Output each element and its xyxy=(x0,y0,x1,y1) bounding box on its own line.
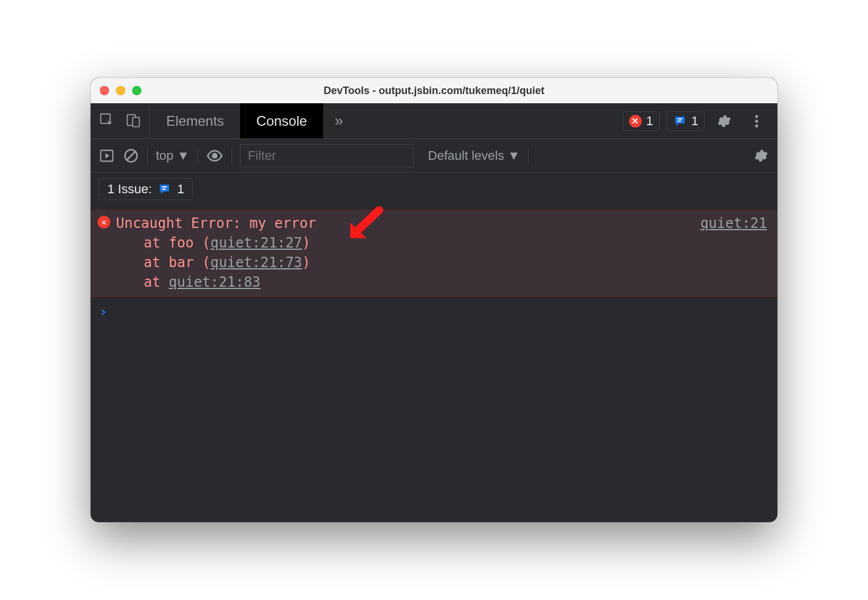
svg-point-4 xyxy=(755,119,758,122)
svg-point-8 xyxy=(212,153,218,159)
gear-icon xyxy=(753,148,769,164)
chevron-down-icon: ▼ xyxy=(177,148,190,163)
inspect-tools xyxy=(91,103,150,138)
main-tabs: Elements Console xyxy=(150,103,323,138)
devtools-window: DevTools - output.jsbin.com/tukemeq/1/qu… xyxy=(91,78,777,522)
issue-icon xyxy=(158,182,171,196)
stack-prefix: at bar ( xyxy=(144,254,211,271)
live-expressions-icon[interactable] xyxy=(206,147,223,164)
issues-row: 1 Issue: 1 xyxy=(91,172,777,210)
console-toolbar: top ▼ Default levels ▼ xyxy=(91,139,777,172)
console-settings-button[interactable] xyxy=(753,148,769,164)
error-content: quiet:21 Uncaught Error: my error at foo… xyxy=(116,213,767,292)
context-label: top xyxy=(156,148,174,163)
tab-console[interactable]: Console xyxy=(240,103,323,138)
error-count: 1 xyxy=(646,114,653,129)
context-selector[interactable]: top ▼ xyxy=(156,148,189,163)
error-icon: ✕ xyxy=(98,216,110,228)
devtools-tabstrip: Elements Console » ✕ 1 1 xyxy=(91,103,777,139)
filter-input[interactable] xyxy=(240,144,414,167)
divider xyxy=(147,147,148,164)
more-tabs-button[interactable]: » xyxy=(323,103,354,138)
stack-prefix: at xyxy=(144,274,169,290)
stack-link[interactable]: quiet:21:83 xyxy=(169,274,260,290)
issues-badge[interactable]: 1 Issue: 1 xyxy=(99,178,193,200)
tab-elements[interactable]: Elements xyxy=(150,103,240,138)
stack-link[interactable]: quiet:21:27 xyxy=(211,235,302,251)
stack-frame: at foo (quiet:21:27) xyxy=(116,233,767,253)
divider xyxy=(197,147,198,164)
error-source-link[interactable]: quiet:21 xyxy=(700,213,767,233)
minimize-window-button[interactable] xyxy=(116,86,125,95)
svg-point-5 xyxy=(755,124,758,127)
window-title: DevTools - output.jsbin.com/tukemeq/1/qu… xyxy=(91,85,777,97)
issue-count-top: 1 xyxy=(691,114,698,129)
stack-suffix: ) xyxy=(302,254,310,271)
gear-icon xyxy=(716,113,732,129)
inspect-element-icon[interactable] xyxy=(99,112,115,130)
svg-rect-2 xyxy=(133,117,140,126)
close-window-button[interactable] xyxy=(100,86,109,95)
divider xyxy=(528,147,529,164)
console-error-entry: ✕ quiet:21 Uncaught Error: my error at f… xyxy=(91,210,777,297)
settings-button[interactable] xyxy=(712,113,737,129)
chevron-down-icon: ▼ xyxy=(507,148,520,163)
issue-count-badge-top[interactable]: 1 xyxy=(667,111,705,131)
stack-link[interactable]: quiet:21:73 xyxy=(211,254,302,271)
error-icon: ✕ xyxy=(629,115,642,127)
titlebar: DevTools - output.jsbin.com/tukemeq/1/qu… xyxy=(91,78,777,103)
levels-label: Default levels xyxy=(428,148,504,163)
console-empty-area[interactable] xyxy=(91,326,777,522)
stack-frame: at bar (quiet:21:73) xyxy=(116,253,767,272)
device-toolbar-icon[interactable] xyxy=(125,112,141,130)
prompt-caret-icon: › xyxy=(99,303,108,320)
issues-label: 1 Issue: xyxy=(107,182,152,197)
issues-count: 1 xyxy=(177,182,184,197)
issue-icon xyxy=(673,114,687,128)
stack-suffix: ) xyxy=(302,235,310,251)
kebab-icon xyxy=(749,113,765,129)
stack-frame: at quiet:21:83 xyxy=(116,272,767,292)
toggle-drawer-icon[interactable] xyxy=(99,148,115,164)
divider xyxy=(231,147,232,164)
error-count-badge[interactable]: ✕ 1 xyxy=(623,111,660,131)
stack-prefix: at foo ( xyxy=(144,235,211,251)
traffic-lights xyxy=(100,86,141,95)
more-options-button[interactable] xyxy=(744,113,769,129)
error-message: Uncaught Error: my error xyxy=(116,213,767,233)
console-prompt[interactable]: › xyxy=(91,297,777,326)
clear-console-icon[interactable] xyxy=(123,148,139,164)
zoom-window-button[interactable] xyxy=(132,86,141,95)
log-levels-selector[interactable]: Default levels ▼ xyxy=(428,148,520,163)
svg-point-3 xyxy=(755,115,758,118)
